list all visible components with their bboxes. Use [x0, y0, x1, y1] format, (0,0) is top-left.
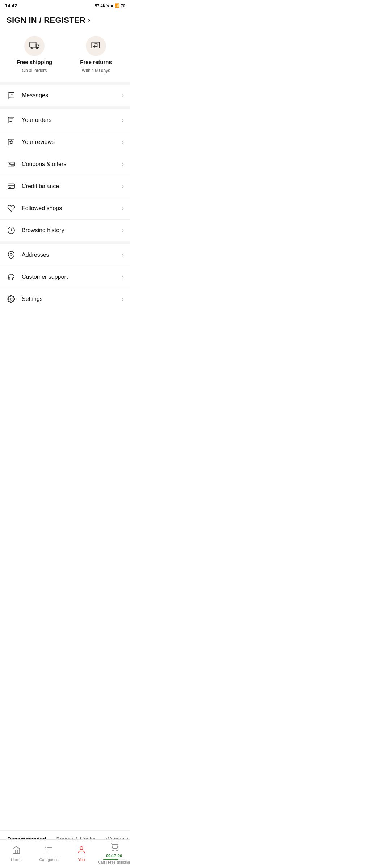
credit-icon	[7, 182, 16, 191]
truck-icon	[24, 36, 45, 56]
orders-arrow-icon: ›	[122, 117, 124, 123]
addresses-menu-item[interactable]: Addresses ›	[0, 244, 130, 266]
free-returns-subtitle: Within 90 days	[82, 68, 110, 73]
free-shipping-subtitle: On all orders	[22, 68, 47, 73]
coupons-menu-item[interactable]: Coupons & offers ›	[0, 153, 130, 175]
free-shipping-benefit: Free shipping On all orders	[4, 36, 65, 73]
menu-section-account: Your orders › Your reviews ›	[0, 109, 130, 241]
location-icon	[7, 250, 16, 260]
svg-marker-12	[9, 140, 13, 144]
messages-label: Messages	[22, 92, 122, 99]
reviews-label: Your reviews	[22, 139, 122, 145]
coupons-arrow-icon: ›	[122, 161, 124, 167]
status-bar: 14:42 57.4K/s ★ 📶 70	[0, 0, 130, 10]
reviews-icon	[7, 137, 16, 147]
headphones-icon	[7, 272, 16, 282]
divider-2	[0, 241, 130, 244]
return-icon	[86, 36, 106, 56]
settings-icon	[7, 294, 16, 304]
menu-section-messages: Messages ›	[0, 85, 130, 106]
orders-icon	[7, 115, 16, 125]
free-returns-benefit: Free returns Within 90 days	[65, 36, 127, 73]
orders-label: Your orders	[22, 117, 122, 123]
reviews-menu-item[interactable]: Your reviews ›	[0, 131, 130, 153]
sign-in-register-button[interactable]: SIGN IN / REGISTER ›	[7, 16, 91, 25]
followed-shops-arrow-icon: ›	[122, 205, 124, 212]
followed-shops-menu-item[interactable]: Followed shops ›	[0, 197, 130, 220]
status-icons: 57.4K/s ★ 📶 70	[95, 3, 125, 8]
browsing-history-arrow-icon: ›	[122, 227, 124, 234]
svg-point-1	[31, 48, 33, 49]
messages-menu-item[interactable]: Messages ›	[0, 85, 130, 106]
benefits-section: Free shipping On all orders Free returns…	[0, 29, 130, 85]
svg-point-2	[37, 48, 38, 49]
svg-point-22	[10, 253, 12, 255]
addresses-label: Addresses	[22, 252, 122, 258]
battery-icon: 70	[121, 4, 125, 8]
clock-icon	[7, 226, 16, 235]
settings-menu-item[interactable]: Settings ›	[0, 288, 130, 310]
svg-rect-0	[30, 42, 36, 47]
header: SIGN IN / REGISTER ›	[0, 10, 130, 29]
network-speed: 57.4K/s	[95, 4, 109, 8]
credit-arrow-icon: ›	[122, 183, 124, 190]
coupons-label: Coupons & offers	[22, 161, 122, 167]
divider-1	[0, 106, 130, 109]
customer-support-label: Customer support	[22, 274, 122, 280]
browsing-history-menu-item[interactable]: Browsing history ›	[0, 220, 130, 241]
customer-support-arrow-icon: ›	[122, 274, 124, 280]
bluetooth-icon: ★	[110, 3, 114, 8]
svg-rect-18	[8, 184, 14, 189]
followed-shops-label: Followed shops	[22, 205, 122, 212]
messages-arrow-icon: ›	[122, 92, 124, 99]
svg-point-14	[9, 163, 11, 165]
addresses-arrow-icon: ›	[122, 252, 124, 258]
svg-point-23	[10, 298, 12, 300]
credit-label: Credit balance	[22, 183, 122, 190]
message-icon	[7, 91, 16, 100]
reviews-arrow-icon: ›	[122, 139, 124, 145]
credit-menu-item[interactable]: Credit balance ›	[0, 175, 130, 197]
heart-icon	[7, 204, 16, 213]
status-time: 14:42	[5, 3, 17, 8]
browsing-history-label: Browsing history	[22, 227, 122, 234]
orders-menu-item[interactable]: Your orders ›	[0, 109, 130, 131]
customer-support-menu-item[interactable]: Customer support ›	[0, 266, 130, 288]
sign-in-arrow-icon: ›	[88, 16, 91, 25]
coupons-icon	[7, 159, 16, 169]
settings-label: Settings	[22, 296, 122, 302]
wifi-icon: 📶	[115, 3, 120, 8]
free-returns-title: Free returns	[80, 59, 112, 65]
settings-arrow-icon: ›	[122, 296, 124, 302]
menu-section-settings: Addresses › Customer support › Settin	[0, 244, 130, 310]
free-shipping-title: Free shipping	[17, 59, 52, 65]
